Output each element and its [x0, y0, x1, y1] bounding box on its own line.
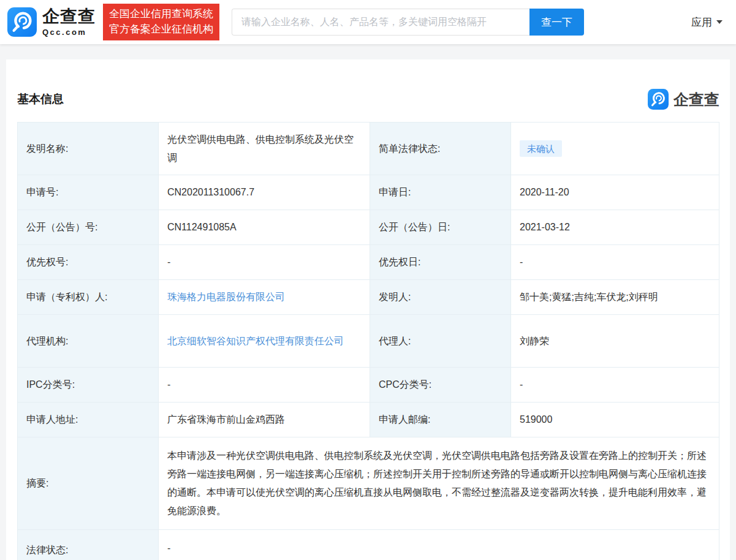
- search-input[interactable]: [232, 9, 529, 36]
- field-label-simple-legal-status: 简单法律状态:: [370, 123, 511, 175]
- chevron-down-icon: [716, 20, 723, 24]
- field-value-agency: 北京细软智谷知识产权代理有限责任公司: [159, 315, 370, 368]
- field-value-cpc: -: [511, 368, 719, 403]
- field-value-inventors: 邹十美;黄猛;吉纯;车伏龙;刘秤明: [511, 280, 719, 315]
- field-value-address: 广东省珠海市前山金鸡西路: [159, 403, 370, 437]
- field-label-agent: 代理人:: [370, 315, 511, 368]
- row-classification: IPC分类号: - CPC分类号: -: [18, 368, 719, 403]
- field-value-zipcode: 519000: [511, 403, 719, 437]
- field-label-priority-no: 优先权号:: [18, 245, 159, 280]
- section-title: 基本信息: [17, 91, 64, 107]
- field-value-application-date: 2020-11-20: [511, 175, 719, 210]
- field-value-priority-date: -: [511, 245, 719, 280]
- field-value-application-no: CN202011310067.7: [159, 175, 370, 210]
- field-value-ipc: -: [159, 368, 370, 403]
- field-value-priority-no: -: [159, 245, 370, 280]
- qcc-logo[interactable]: 企查查 Qcc.com: [7, 7, 96, 37]
- field-label-invention-name: 发明名称:: [18, 123, 159, 175]
- row-application: 申请号: CN202011310067.7 申请日: 2020-11-20: [18, 175, 719, 210]
- section-head: 基本信息 企查查: [17, 59, 719, 122]
- patent-info-table: 发明名称: 光伏空调供电电路、供电控制系统及光伏空调 简单法律状态: 未确认 申…: [17, 122, 719, 560]
- row-publication: 公开（公告）号: CN112491085A 公开（公告）日: 2021-03-1…: [18, 210, 719, 245]
- agency-link[interactable]: 北京细软智谷知识产权代理有限责任公司: [167, 332, 344, 350]
- brand-text: 企查查 Qcc.com: [42, 7, 96, 36]
- field-label-ipc: IPC分类号:: [18, 368, 159, 403]
- field-value-simple-legal-status: 未确认: [511, 123, 719, 175]
- status-badge: 未确认: [520, 140, 562, 157]
- field-label-publication-no: 公开（公告）号:: [18, 210, 159, 245]
- brand-name: 企查查: [42, 7, 96, 25]
- search-button[interactable]: 查一下: [529, 9, 584, 36]
- field-value-invention-name: 光伏空调供电电路、供电控制系统及光伏空调: [159, 123, 370, 175]
- field-label-priority-date: 优先权日:: [370, 245, 511, 280]
- page-background-band: [0, 44, 736, 59]
- top-header: 企查查 Qcc.com 全国企业信用查询系统 官方备案企业征信机构 查一下 应用: [0, 0, 736, 44]
- qcc-watermark-icon: [648, 89, 669, 110]
- row-agency: 代理机构: 北京细软智谷知识产权代理有限责任公司 代理人: 刘静荣: [18, 315, 719, 368]
- apps-menu-label: 应用: [691, 15, 712, 29]
- field-value-legal-status: -: [159, 530, 719, 560]
- field-label-publication-date: 公开（公告）日:: [370, 210, 511, 245]
- field-label-application-date: 申请日:: [370, 175, 511, 210]
- certification-line1: 全国企业信用查询系统: [109, 7, 213, 22]
- brand-domain: Qcc.com: [42, 28, 96, 37]
- qcc-watermark-text: 企查查: [673, 89, 719, 110]
- field-label-applicant: 申请（专利权）人:: [18, 280, 159, 315]
- field-value-agent: 刘静荣: [511, 315, 719, 368]
- field-label-inventors: 发明人:: [370, 280, 511, 315]
- qcc-logo-icon: [7, 7, 37, 37]
- basic-info-card: 基本信息 企查查 发明名称: 光伏空调供电电路、供电控制系统及光伏空调 简单法律…: [6, 59, 730, 560]
- field-value-publication-date: 2021-03-12: [511, 210, 719, 245]
- row-address: 申请人地址: 广东省珠海市前山金鸡西路 申请人邮编: 519000: [18, 403, 719, 437]
- certification-line2: 官方备案企业征信机构: [109, 22, 213, 37]
- row-invention-name: 发明名称: 光伏空调供电电路、供电控制系统及光伏空调 简单法律状态: 未确认: [18, 123, 719, 175]
- field-value-abstract: 本申请涉及一种光伏空调供电电路、供电控制系统及光伏空调，光伏空调供电电路包括旁路…: [159, 437, 719, 530]
- field-label-abstract: 摘要:: [18, 437, 159, 530]
- field-label-application-no: 申请号:: [18, 175, 159, 210]
- row-applicant: 申请（专利权）人: 珠海格力电器股份有限公司 发明人: 邹十美;黄猛;吉纯;车伏…: [18, 280, 719, 315]
- field-label-zipcode: 申请人邮编:: [370, 403, 511, 437]
- applicant-link[interactable]: 珠海格力电器股份有限公司: [167, 288, 285, 306]
- field-label-cpc: CPC分类号:: [370, 368, 511, 403]
- field-label-address: 申请人地址:: [18, 403, 159, 437]
- field-label-agency: 代理机构:: [18, 315, 159, 368]
- field-value-applicant: 珠海格力电器股份有限公司: [159, 280, 370, 315]
- apps-menu[interactable]: 应用: [690, 12, 724, 33]
- field-label-legal-status: 法律状态:: [18, 530, 159, 560]
- field-value-publication-no: CN112491085A: [159, 210, 370, 245]
- row-legal-status: 法律状态: -: [18, 530, 719, 560]
- qcc-watermark: 企查查: [648, 89, 719, 110]
- row-priority: 优先权号: - 优先权日: -: [18, 245, 719, 280]
- row-abstract: 摘要: 本申请涉及一种光伏空调供电电路、供电控制系统及光伏空调，光伏空调供电电路…: [18, 437, 719, 530]
- search-bar: 查一下: [232, 9, 584, 36]
- certification-badge: 全国企业信用查询系统 官方备案企业征信机构: [103, 4, 219, 40]
